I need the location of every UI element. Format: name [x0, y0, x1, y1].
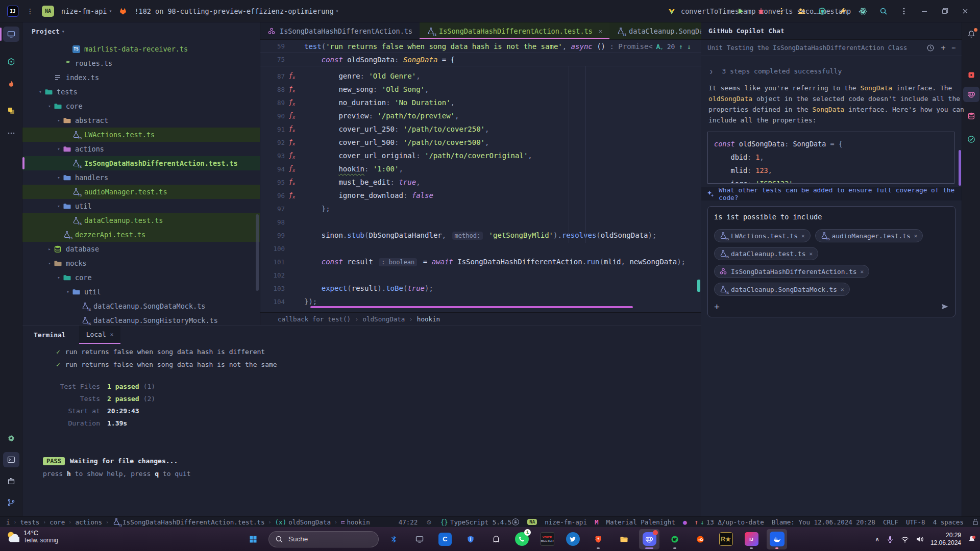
tree-item-issongdatahashdifferentaction-test-ts[interactable]: TSIsSongDataHashDifferentAction.test.ts	[22, 156, 260, 170]
tree-chevron-icon[interactable]: ▾	[46, 261, 53, 266]
tree-chevron-icon[interactable]: ▾	[55, 175, 62, 180]
tree-chevron-icon[interactable]: ▾	[55, 118, 62, 123]
services-tool-icon[interactable]	[3, 103, 19, 118]
context-chip[interactable]: TSaudioManager.test.ts✕	[815, 229, 923, 242]
tree-chevron-icon[interactable]: ▾	[64, 289, 71, 294]
tree-chevron-icon[interactable]: ▾	[46, 104, 53, 109]
taskbar-app-docker[interactable]	[767, 529, 787, 549]
history-icon[interactable]	[926, 44, 935, 52]
taskbar-app-spotify[interactable]	[665, 529, 685, 549]
status-project-name[interactable]: nize-fm-api	[545, 518, 587, 526]
tree-item-handlers[interactable]: ▾handlers	[22, 170, 260, 185]
code-line[interactable]: 88ƒx new_song: 'Old Song',	[260, 83, 701, 96]
taskbar-app-intellij[interactable]: IJ	[741, 529, 762, 549]
breadcrumb-item[interactable]: hookin	[417, 315, 440, 323]
vcs-status[interactable]: ↑↓13 Δ/up-to-date	[695, 518, 764, 526]
code-line[interactable]: 101 const result : boolean = await IsSon…	[260, 255, 701, 268]
status-breadcrumb-item[interactable]: tests	[20, 518, 40, 526]
close-icon[interactable]: ✕	[809, 251, 813, 257]
weather-widget[interactable]: 14°C Teilw. sonnig	[5, 529, 58, 544]
close-icon[interactable]: ✕	[599, 28, 602, 35]
code-line[interactable]: 91ƒx cover_url_250: '/path/to/cover250',	[260, 122, 701, 136]
tray-expand-icon[interactable]: ∧	[875, 536, 879, 543]
next-problem-icon[interactable]: ↓	[687, 43, 691, 51]
status-breadcrumb-item[interactable]: ≔hookin	[341, 518, 370, 526]
no-wrap-icon[interactable]: ⦸	[427, 518, 431, 526]
project-tool-icon[interactable]	[3, 27, 19, 42]
dependencies-tool-icon[interactable]	[3, 473, 19, 489]
tray-clock[interactable]: 20:29 12.06.2024	[930, 532, 961, 547]
plugin-tool-icon[interactable]	[963, 67, 979, 83]
tree-item-index-ts[interactable]: index.ts	[22, 70, 260, 85]
status-theme-name[interactable]: Material Palenight	[606, 518, 675, 526]
context-chip[interactable]: TSLWActions.test.ts✕	[714, 229, 811, 242]
tree-item-core[interactable]: ▾core	[22, 99, 260, 113]
project-selector[interactable]: nize-fm-api ▾	[61, 7, 112, 15]
run-button[interactable]	[736, 7, 745, 16]
copilot-chat-icon[interactable]	[963, 87, 979, 102]
main-menu-icon[interactable]: ⋮	[26, 7, 35, 15]
notification-center-icon[interactable]	[968, 535, 976, 543]
tree-chevron-icon[interactable]: ▾	[55, 146, 62, 152]
project-scrollbar[interactable]	[256, 214, 259, 291]
hotswap-tool-icon[interactable]	[3, 77, 19, 92]
tree-chevron-icon[interactable]: ▸	[46, 246, 53, 252]
close-icon[interactable]: ✕	[801, 233, 805, 239]
maximize-button[interactable]	[940, 7, 949, 16]
code-line[interactable]: 96ƒx ignore_download: false	[260, 189, 701, 202]
code-line[interactable]: 95ƒx must_be_edit: true,	[260, 176, 701, 189]
caret-position[interactable]: 47:22	[399, 518, 418, 526]
tree-item-util[interactable]: ▾util	[22, 285, 260, 299]
status-breadcrumb-item[interactable]: i	[6, 518, 10, 526]
status-breadcrumb-item[interactable]: (x)oldSongData	[275, 518, 331, 526]
close-icon[interactable]: ✕	[914, 233, 918, 239]
coverage-tool-icon[interactable]	[963, 132, 979, 147]
reader-mode-icon[interactable]	[511, 518, 520, 526]
code-editor[interactable]: 59test('run returns false when song data…	[260, 40, 701, 312]
taskbar-app-explorer[interactable]	[614, 529, 634, 549]
settings-icon[interactable]	[3, 431, 19, 446]
close-button[interactable]	[961, 7, 970, 16]
tree-item-database[interactable]: ▸database	[22, 242, 260, 256]
terminal-tab-local[interactable]: Local ✕	[79, 325, 121, 344]
code-line[interactable]: 103 expect(result).toBe(true);	[260, 282, 701, 295]
tree-item-mairlist-data-receiver-ts[interactable]: TSmairlist-data-receiver.ts	[22, 42, 260, 56]
code-line[interactable]: 93ƒx cover_url_original: '/path/to/cover…	[260, 149, 701, 162]
inspections-widget[interactable]: A⌄ 20 ↑ ↓	[653, 42, 694, 52]
tree-item-actions[interactable]: ▾actions	[22, 142, 260, 156]
code-line[interactable]: 90ƒx preview: '/path/to/preview',	[260, 109, 701, 122]
code-with-me-icon[interactable]	[797, 7, 806, 16]
chat-suggestion[interactable]: What other tests can be added to ensure …	[701, 187, 962, 201]
tree-item-util[interactable]: ▾util	[22, 199, 260, 213]
notifications-icon[interactable]	[963, 27, 979, 42]
tools-icon[interactable]	[838, 7, 847, 16]
code-line[interactable]: 100	[260, 242, 701, 255]
typescript-version[interactable]: {}TypeScript 5.4.5	[440, 518, 511, 526]
blame-info[interactable]: Blame: You 12.06.2024 20:28	[772, 518, 875, 526]
tree-item-tests[interactable]: ▾tests	[22, 85, 260, 99]
taskbar-app-rockstar[interactable]: R★	[716, 529, 736, 549]
more-actions-icon[interactable]	[899, 7, 909, 16]
tree-item-abstract[interactable]: ▾abstract	[22, 113, 260, 128]
tree-chevron-icon[interactable]: ▾	[55, 275, 62, 280]
code-line[interactable]: 97 };	[260, 202, 701, 215]
volume-icon[interactable]	[916, 535, 924, 543]
tree-item-datacleanup-test-ts[interactable]: TSdataCleanup.test.ts	[22, 213, 260, 228]
chat-code-block[interactable]: const oldSongData: SongData = { dbid: 1,…	[707, 132, 954, 184]
profiler-icon[interactable]	[818, 7, 827, 16]
tree-chevron-icon[interactable]: ▾	[55, 204, 62, 209]
tree-item-audiomanager-test-ts[interactable]: TSaudioManager.test.ts	[22, 185, 260, 199]
code-line[interactable]: 98	[260, 215, 701, 229]
breadcrumb-item[interactable]: callback for test()	[278, 315, 351, 323]
code-line[interactable]: 92ƒx cover_url_500: '/path/to/cover500',	[260, 136, 701, 149]
chat-thread-title[interactable]: Unit Testing the IsSongDataHashDifferent…	[707, 44, 907, 52]
status-breadcrumb-item[interactable]: core	[50, 518, 65, 526]
microphone-icon[interactable]	[886, 535, 894, 543]
context-chip[interactable]: TSdataCleanup.test.ts✕	[714, 247, 818, 260]
editor-tab-inactive[interactable]: IsSongDataHashDifferentAction.ts	[260, 22, 420, 39]
tree-item-lwactions-test-ts[interactable]: TSLWActions.test.ts	[22, 128, 260, 142]
code-line[interactable]: 102	[260, 268, 701, 282]
context-chip[interactable]: IsSongDataHashDifferentAction.ts✕	[714, 265, 869, 278]
close-icon[interactable]: ✕	[841, 286, 844, 293]
taskbar-app-brave[interactable]	[588, 529, 608, 549]
